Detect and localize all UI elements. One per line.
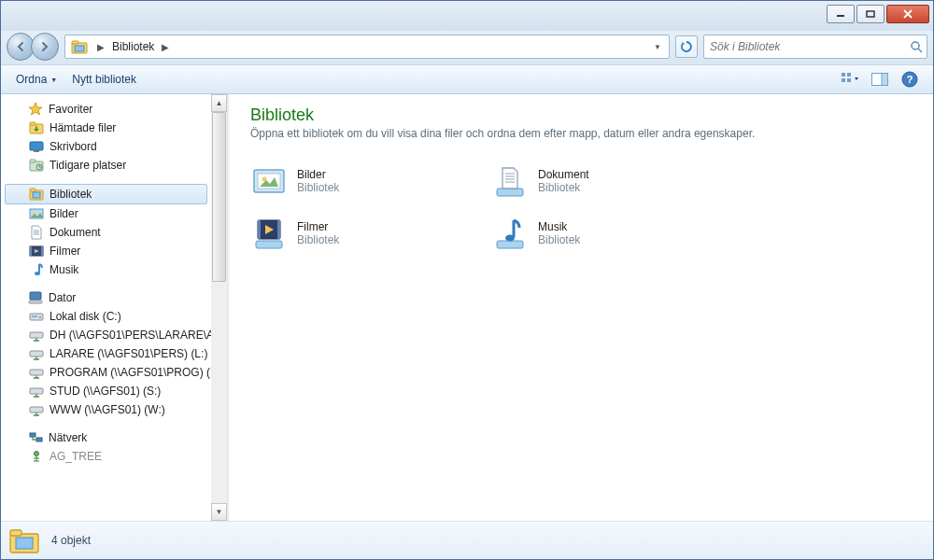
svg-rect-42 <box>36 438 42 441</box>
minimize-button[interactable] <box>827 5 855 23</box>
network-drive-icon <box>29 384 44 399</box>
network-group: Nätverk AG_TREE <box>1 428 211 466</box>
svg-rect-37 <box>30 351 43 357</box>
svg-rect-8 <box>847 73 851 77</box>
sidebar-item-netdrive-larare[interactable]: LARARE (\\AGFS01\PERS) (L:) <box>1 344 211 363</box>
chevron-right-icon: ▶ <box>93 42 108 52</box>
page-subtitle: Öppna ett bibliotek om du vill visa dina… <box>250 127 913 140</box>
view-options-button[interactable] <box>840 69 860 90</box>
recent-icon <box>29 158 44 173</box>
close-button[interactable] <box>886 5 929 23</box>
libraries-label: Bibliotek <box>50 188 92 201</box>
library-name: Dokument <box>538 168 589 181</box>
sidebar-item-videos[interactable]: Filmer <box>1 242 211 260</box>
maximize-button[interactable] <box>856 5 884 23</box>
library-pictures[interactable]: Bilder Bibliotek <box>243 155 484 207</box>
libraries-icon <box>29 187 44 202</box>
sidebar-item-netdrive-stud[interactable]: STUD (\\AGFS01) (S:) <box>1 382 211 400</box>
sidebar-item-netdrive-program[interactable]: PROGRAM (\\AGFS01\PROG) (P:) <box>1 363 211 382</box>
svg-rect-23 <box>30 189 35 191</box>
sidebar-item-netdrive-dh[interactable]: DH (\\AGFS01\PERS\LARARE\AL) <box>1 326 211 344</box>
svg-rect-51 <box>277 220 280 239</box>
svg-rect-1 <box>867 11 874 17</box>
svg-text:?: ? <box>907 74 913 85</box>
network-drive-icon <box>29 346 44 361</box>
sidebar-item-music[interactable]: Musik <box>1 260 211 279</box>
svg-rect-29 <box>41 246 43 256</box>
status-bar: 4 objekt <box>1 521 933 559</box>
refresh-button[interactable] <box>675 35 698 58</box>
favorites-root[interactable]: Favoriter <box>1 100 211 119</box>
computer-root[interactable]: Dator <box>1 288 211 307</box>
library-name: Bilder <box>297 168 339 181</box>
svg-rect-17 <box>30 142 43 150</box>
sidebar-item-pictures[interactable]: Bilder <box>1 204 211 223</box>
scroll-down-button[interactable]: ▼ <box>211 503 227 521</box>
svg-rect-10 <box>847 78 851 82</box>
desktop-icon <box>29 139 44 154</box>
scroll-thumb[interactable] <box>212 112 226 282</box>
scroll-track[interactable] <box>211 112 227 503</box>
network-label: Nätverk <box>49 431 87 444</box>
new-library-button[interactable]: Nytt bibliotek <box>64 70 144 89</box>
star-icon <box>28 102 43 117</box>
nav-pane: Favoriter Hämtade filer Skrivbord Tidiga… <box>1 94 228 521</box>
titlebar <box>1 1 933 31</box>
chevron-right-icon: ▶ <box>158 42 173 52</box>
address-dropdown[interactable]: ▼ <box>650 43 665 51</box>
library-music[interactable]: Musik Bibliotek <box>484 207 725 259</box>
svg-rect-12 <box>882 74 888 86</box>
svg-rect-36 <box>30 332 43 338</box>
status-text: 4 objekt <box>51 534 91 547</box>
svg-rect-32 <box>29 301 42 303</box>
network-drive-icon <box>29 328 44 343</box>
new-library-label: Nytt bibliotek <box>72 73 136 86</box>
command-bar: Ordna ▼ Nytt bibliotek ? <box>1 64 933 94</box>
sidebar-item-recent[interactable]: Tidigare platser <box>1 156 211 175</box>
libraries-root[interactable]: Bibliotek <box>5 184 207 204</box>
svg-rect-0 <box>837 15 844 17</box>
sidebar-item-documents[interactable]: Dokument <box>1 223 211 242</box>
documents-icon <box>491 162 529 200</box>
svg-point-5 <box>912 42 919 49</box>
vertical-scrollbar[interactable]: ▲ ▼ <box>211 94 227 521</box>
svg-point-35 <box>39 316 41 318</box>
svg-rect-38 <box>30 370 43 375</box>
help-button[interactable]: ? <box>899 69 920 90</box>
svg-rect-39 <box>30 388 43 394</box>
library-name: Musik <box>538 220 580 233</box>
search-input[interactable] <box>708 39 910 54</box>
sidebar-item-agtree[interactable]: AG_TREE <box>1 447 211 466</box>
music-icon <box>491 215 529 252</box>
svg-rect-24 <box>33 192 40 198</box>
library-documents[interactable]: Dokument Bibliotek <box>484 155 725 207</box>
sidebar-item-netdrive-www[interactable]: WWW (\\AGFS01) (W:) <box>1 400 211 419</box>
videos-icon <box>29 244 44 259</box>
network-root[interactable]: Nätverk <box>1 428 211 447</box>
breadcrumb-segment[interactable]: Bibliotek ▶ <box>108 35 173 58</box>
chevron-down-icon: ▼ <box>50 77 57 83</box>
svg-rect-9 <box>842 78 845 82</box>
sidebar-item-desktop[interactable]: Skrivbord <box>1 137 211 156</box>
svg-rect-48 <box>256 241 282 248</box>
music-icon <box>29 262 44 277</box>
library-videos[interactable]: Filmer Bibliotek <box>243 207 484 259</box>
library-type: Bibliotek <box>538 233 580 246</box>
sidebar-item-downloads[interactable]: Hämtade filer <box>1 119 211 137</box>
videos-icon <box>250 215 288 252</box>
svg-point-43 <box>35 452 39 456</box>
svg-rect-20 <box>30 160 35 162</box>
libraries-icon <box>8 526 40 554</box>
network-drive-icon <box>29 402 44 417</box>
sidebar-item-local-disk[interactable]: Lokal disk (C:) <box>1 307 211 326</box>
search-box[interactable] <box>703 35 927 59</box>
preview-pane-button[interactable] <box>870 69 890 90</box>
forward-button[interactable] <box>31 33 59 61</box>
organize-button[interactable]: Ordna ▼ <box>8 70 64 89</box>
documents-icon <box>29 225 44 240</box>
svg-rect-55 <box>10 530 21 536</box>
address-bar[interactable]: ▶ Bibliotek ▶ ▼ <box>64 35 670 59</box>
svg-point-53 <box>505 235 515 242</box>
svg-rect-18 <box>34 150 39 152</box>
scroll-up-button[interactable]: ▲ <box>211 94 227 112</box>
